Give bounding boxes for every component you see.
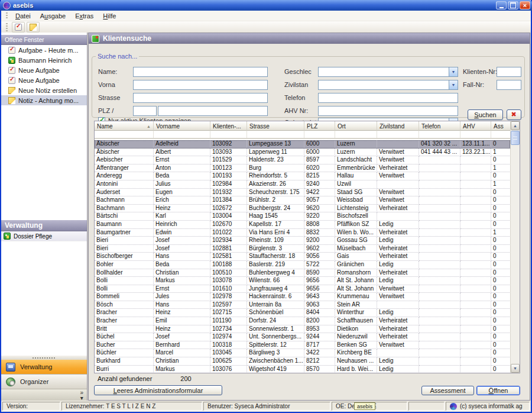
table-row[interactable]: Bieri Josef 102934 Rheinstr. 109 9200 Go… [95,237,510,245]
column-header[interactable]: Ass [491,121,511,131]
clear-search-button[interactable] [507,109,521,120]
table-row[interactable]: Bösch Hans 102597 Unterrain 8a 9063 Stei… [95,301,510,309]
table-row[interactable]: Äbischer Adelheid 103092 Lumpegasse 13 6… [95,140,510,149]
plz-label: PLZ / [98,107,113,114]
minimize-button[interactable] [496,1,507,9]
nav-button[interactable]: Organizer [1,375,87,389]
vorname-label: Vorna [98,81,115,88]
table-row[interactable]: Bachmann Heinz 102672 Buchbergstr. 24 96… [95,205,510,213]
table-row[interactable]: Auderset Eugen 101932 Scheuchzerstr. 175… [95,189,510,197]
open-window-item[interactable]: Notiz - Achtung mo... [1,95,87,105]
open-window-item[interactable]: Baumann Heinrich [1,55,87,65]
strasse-input[interactable] [133,93,268,103]
menubar: Datei Ausgabe Extras Hilfe [1,11,531,21]
new-task-button[interactable] [12,22,25,33]
table-row[interactable]: Bracher Heinz 102715 Schönenbüel 8404 Wi… [95,309,510,317]
open-window-item[interactable]: Neue Aufgabe [1,75,87,85]
ahv-input[interactable] [318,106,458,116]
column-header[interactable]: Ort [335,121,377,131]
open-window-item[interactable]: Aufgabe - Heute m... [1,45,87,55]
note-icon [8,87,15,94]
table-row[interactable]: Bommeli Jules 102978 Hackenrainstr. 6 96… [95,293,510,301]
name-label: Name: [98,68,117,75]
column-header[interactable]: Klienten-... [210,121,247,131]
menu-item[interactable]: Datei [11,11,35,21]
new-note-button[interactable] [27,22,40,33]
column-header[interactable]: Vorname [154,121,210,131]
app-window: asebis × Datei Ausgabe Extras Hilfe Offe… [0,0,532,413]
scroll-up-icon[interactable]: ▲ [511,121,520,130]
results-table: Name ▲ Vorname Klienten-... [94,121,520,373]
open-windows-list: Aufgabe - Heute m... Baumann Heinrich Ne… [1,45,87,105]
table-row[interactable]: Bolli Markus 103078 Wilenstr. 66 9656 Al… [95,277,510,285]
result-count: Anzahl gefundener 200 [98,375,192,382]
assessment-button[interactable]: Assessment [421,386,474,395]
clear-x-icon [511,111,518,118]
table-row[interactable]: Anderegg Beda 100193 Rheindorfstr. 5 821… [95,172,510,180]
geschlecht-select[interactable]: ▼ [318,67,458,77]
table-row[interactable]: Britt Heinz 102734 Sonnenwiesstr. 1 8953… [95,325,510,334]
table-row[interactable]: Bracher Emil 101190 Dorfstr. 24 8200 Sch… [95,317,510,325]
table-row[interactable]: Bohler Beda 100188 Baslerstr. 219 5722 G… [95,261,510,269]
name-input[interactable] [133,67,268,77]
column-header[interactable]: AHV [460,121,491,131]
zivilstand-select[interactable]: ▼ [318,80,458,90]
chevron-more-icon[interactable]: »▾ [80,390,83,401]
table-row[interactable]: Bollhalder Christian 100510 Buhlenbergwe… [95,269,510,278]
table-row[interactable]: Aebischer Ernst 101529 Haldenstr. 23 859… [95,156,510,164]
table-row[interactable]: Büchler Marcel 103045 Bärgliweg 3 3422 K… [95,349,510,357]
empty-admin-form-button[interactable]: Leeres Administrationsformular [94,385,222,395]
table-row[interactable]: Antonini Julius 102984 Akazienstr. 26 92… [95,180,510,189]
table-row[interactable]: Bucher Bernhard 100318 Spittelerstr. 12 … [95,341,510,350]
main-panel: Klientensuche Suche nach... Name: Vorna … [88,33,530,401]
sidebar-splitter[interactable] [1,356,87,360]
table-row[interactable]: Bieri Josef 102881 Bürglenstr. 3 9602 Mü… [95,245,510,253]
table-row[interactable]: Büchel Josef 102974 Unt. Sonnenbergs... … [95,333,510,341]
table-row[interactable]: Äbischer Albert 103093 Lappenweg 11 6000… [95,149,510,157]
table-row[interactable]: Affentranger Anton 100123 Burg 6020 Emme… [95,164,510,173]
open-button[interactable]: Öffnen [476,386,520,395]
column-header[interactable]: Name ▲ [95,121,154,131]
restore-button[interactable] [508,1,518,9]
column-header[interactable]: PLZ [304,121,335,131]
geschlecht-label: Geschlec [284,68,312,75]
close-button[interactable]: × [520,1,530,9]
plz-input[interactable] [133,106,157,116]
nav-button[interactable]: Verwaltung [1,360,87,375]
klienten-nr-input[interactable] [497,67,521,77]
table-row[interactable]: Baumgartner Edwin 101022 Via Hans Erni 4… [95,229,510,237]
vorname-input[interactable] [133,80,268,90]
fall-nr-input[interactable] [497,80,521,90]
verwaltung-header: Verwaltung [1,220,87,231]
panel-titlebar: Klientensuche [89,33,530,44]
scroll-down-icon[interactable]: ▼ [511,364,520,373]
table-row[interactable]: Burkhard Christian 100625 Zwischenbächen… [95,357,510,366]
open-window-item[interactable]: Neue Notiz erstellen [1,85,87,95]
scrollbar-thumb[interactable] [511,131,520,145]
table-row[interactable]: Bolli Ernst 101610 Jungfrauweg 4 9656 Al… [95,285,510,293]
vertical-scrollbar[interactable]: ▲ ▼ [510,121,520,373]
table-row[interactable]: Bachmann Erich 101384 Brühlstr. 2 9057 W… [95,196,510,205]
chevron-down-icon[interactable]: ▼ [449,67,458,76]
search-button[interactable]: Suchen [468,109,503,120]
column-header-label: Name [97,123,113,130]
menu-item[interactable]: Extras [70,11,98,21]
menu-item[interactable]: Hilfe [98,11,121,21]
table-row[interactable]: Burri Markus 103076 Wigetshof 419 8570 H… [95,366,510,373]
menu-item[interactable]: Ausgabe [35,11,70,21]
table-row[interactable]: Bischofberger Hans 102581 Stauffacherstr… [95,253,510,261]
chevron-down-icon[interactable]: ▼ [449,80,458,89]
taskbar-item[interactable]: asebis [354,402,375,410]
open-window-item[interactable]: Neue Aufgabe [1,65,87,75]
table-row[interactable]: Bärtschi Karl 103004 Haag 1545 9220 Bisc… [95,212,510,221]
plz-ort-input[interactable] [158,106,268,116]
verwaltung-item[interactable]: Dossier Pflege [1,231,87,241]
column-header[interactable]: Telefon [419,121,460,131]
telefon-input[interactable] [318,93,458,103]
table-row[interactable]: Baumann Heinrich 102670 Kapellstr. 17 88… [95,221,510,229]
column-header[interactable]: Zivilstand [377,121,419,131]
task-icon [8,47,15,54]
zivilstand-label: Zivilstan [284,81,308,88]
column-header[interactable]: Strasse [247,121,304,131]
count-label: Anzahl gefundener [98,375,152,382]
